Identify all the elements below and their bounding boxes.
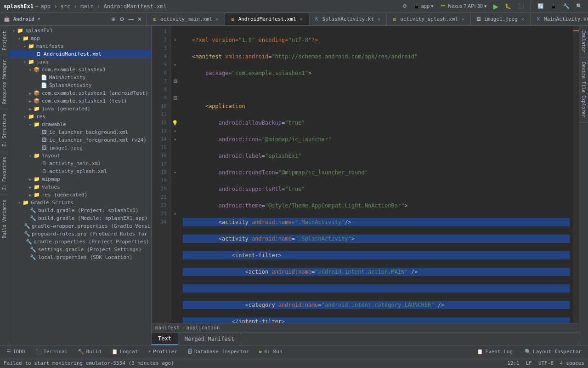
breadcrumb-manifest[interactable]: manifest — [155, 325, 180, 331]
tree-local-props[interactable]: 🔧 local.properties (SDK Location) — [9, 253, 151, 261]
toolbar-device-dropdown[interactable]: 📱 app ▾ — [412, 2, 435, 10]
tree-values[interactable]: ▶ 📁 values — [9, 183, 151, 191]
arrow-layout: ▾ — [28, 154, 33, 158]
tree-proguard[interactable]: 🔧 proguard-rules.pro (ProGuard Rules for… — [9, 230, 151, 238]
panel-icon-settings[interactable]: ⊕ — [110, 15, 117, 23]
icon-drawable: 📁 — [33, 121, 40, 127]
tab-activity-main-xml[interactable]: ⊞ activity_main.xml ✕ — [147, 13, 225, 25]
tab-structure[interactable]: Z: Structure — [0, 109, 8, 151]
tab-close-splash[interactable]: ✕ — [376, 16, 382, 22]
tab-close-activity-main[interactable]: ✕ — [215, 16, 220, 22]
tree-layout[interactable]: ▾ 📁 layout — [9, 152, 151, 160]
tab-activity-splash-xml[interactable]: ⊞ activity_splash.xml ✕ — [387, 13, 471, 25]
tree-ic-bg[interactable]: 🖼 ic_launcher_background.xml — [9, 128, 151, 136]
bottom-run[interactable]: ▶ 4: Run — [256, 348, 285, 356]
arrow-res: ▾ — [22, 115, 28, 119]
tree-drawable[interactable]: ▾ 📁 drawable — [9, 121, 151, 128]
icon-ic-bg: 🖼 — [40, 129, 48, 135]
fold-2[interactable]: ▾ — [171, 36, 179, 44]
tree-java-generated[interactable]: ▶ 📁 java (generated) — [9, 105, 151, 113]
code-editor[interactable]: 1 2 3 4 5 6 7 8 9 10 11 12 13 14 15 16 1 — [152, 26, 579, 323]
project-toolbar-row: 🤖 Android ▾ ⊕ ⚙ — ✕ ⊞ activity_main.xml … — [0, 13, 588, 26]
bottom-event-log[interactable]: 📋 Event Log — [474, 348, 515, 356]
toolbar-emulator-select[interactable]: 📟 Nexus 7 API 30 ▾ — [438, 2, 489, 10]
tree-ic-fg[interactable]: 🖼 ic_launcher_foreground.xml (v24) — [9, 136, 151, 144]
bottom-tab-text[interactable]: Text — [152, 333, 178, 345]
tree-root-splashex1[interactable]: ▾ 📁 splashEx1 — [9, 27, 151, 34]
tree-settings-gradle[interactable]: 🔧 settings.gradle (Project Settings) — [9, 246, 151, 253]
panel-icon-collapse[interactable]: — — [127, 15, 135, 23]
tree-manifests[interactable]: ▾ 📁 manifests — [9, 42, 151, 50]
bottom-todo[interactable]: ☰ TODO — [4, 348, 28, 356]
title-bar-left: splashEx1 – app › src › main › AndroidMa… — [4, 3, 167, 10]
tree-build-gradle-module[interactable]: 🔧 build.gradle (Module: splashEX1.app) — [9, 214, 151, 222]
tab-androidmanifest-xml[interactable]: ⊞ AndroidManifest.xml ✕ — [225, 13, 309, 25]
tab-device-file-explorer[interactable]: Device File Explorer — [580, 58, 588, 122]
tree-app[interactable]: ▾ 📁 app — [9, 34, 151, 42]
tab-build-variants[interactable]: Build Variants — [0, 195, 8, 243]
bottom-terminal[interactable]: ⬛ Terminal — [33, 348, 71, 356]
editor-tab-bar: ⊞ activity_main.xml ✕ ⊞ AndroidManifest.… — [147, 13, 588, 26]
run-icon: ▶ — [259, 349, 262, 355]
fold-23[interactable]: ▾ — [171, 210, 179, 218]
code-line-15: <action android:name="android.intent.act… — [183, 268, 570, 276]
tree-splashactivity[interactable]: 📄 SplashActivity — [9, 81, 151, 89]
toolbar-sync[interactable]: 🔄 — [536, 2, 546, 10]
tree-gradle-wrapper[interactable]: 🔧 gradle-wrapper.properties (Gradle Vers… — [9, 222, 151, 230]
toolbar-avd[interactable]: 📱 — [548, 2, 559, 10]
tree-androidmanifest[interactable]: 🗒 AndroidManifest.xml — [9, 50, 151, 58]
tab-project[interactable]: Project — [0, 26, 8, 55]
tab-favorites[interactable]: Z: Favorites — [0, 152, 8, 195]
tree-java[interactable]: ▾ 📁 java — [9, 58, 151, 66]
code-content[interactable]: <?xml version="1.0" encoding="utf-8"?> <… — [179, 26, 573, 323]
tree-res-generated[interactable]: ▶ 📁 res (generated) — [9, 191, 151, 199]
icon-values: 📁 — [33, 184, 40, 190]
stop-button[interactable]: ⬛ — [516, 2, 526, 10]
tree-gradle-scripts[interactable]: ▾ 📁 Gradle Scripts — [9, 199, 151, 207]
bottom-logcat[interactable]: 📋 Logcat — [109, 348, 141, 356]
tree-pkg-test[interactable]: ▶ 📦 com.example.splashex1 (test) — [9, 97, 151, 105]
panel-icon-close[interactable]: ✕ — [136, 15, 143, 23]
icon-gprops: 🔧 — [26, 239, 32, 245]
tab-close-manifest[interactable]: ✕ — [298, 16, 304, 22]
tree-build-gradle-project[interactable]: 🔧 build.gradle (Project: splashEx1) — [9, 207, 151, 214]
debug-button[interactable]: 🐛 — [503, 2, 513, 10]
tree-mipmap[interactable]: ▶ 📁 mipmap — [9, 175, 151, 183]
tab-mainactivity-kt[interactable]: K MainActivity.kt ✕ — [531, 13, 588, 25]
fold-14[interactable]: ▾ — [171, 135, 179, 144]
tab-close-splash-xml[interactable]: ✕ — [460, 16, 466, 22]
toolbar-search[interactable]: 🔍 — [574, 2, 584, 10]
title-bar-right: ⚙ 📱 app ▾ 📟 Nexus 7 API 30 ▾ ▶ 🐛 ⬛ 🔄 📱 🔧… — [401, 2, 584, 11]
bottom-layout-inspector[interactable]: 🔍 Layout Inspector — [522, 348, 584, 356]
icon-pkg-androidtest: 📦 — [33, 90, 40, 96]
bottom-tab-merged-manifest[interactable]: Merged Manifest — [178, 333, 241, 345]
tree-mainactivity[interactable]: 📄 MainActivity — [9, 74, 151, 81]
tab-close-image[interactable]: ✕ — [520, 16, 526, 22]
fold-5[interactable]: ▾ — [171, 61, 179, 69]
run-button[interactable]: ▶ — [492, 2, 500, 11]
tab-emulator[interactable]: Emulator — [580, 26, 588, 58]
fold-1 — [171, 28, 179, 36]
bottom-build[interactable]: 🔨 Build — [75, 348, 104, 356]
tab-splashactivity-kt[interactable]: K SplashActivity.kt ✕ — [309, 13, 387, 25]
tree-res[interactable]: ▾ 📁 res — [9, 113, 151, 121]
fold-13[interactable]: ▾ — [171, 127, 179, 135]
breadcrumb-application[interactable]: application — [187, 325, 220, 331]
bottom-profiler[interactable]: ⚡ Profiler — [145, 348, 180, 356]
tree-activity-main-xml[interactable]: 🗒 activity_main.xml — [9, 160, 151, 167]
tree-package-main[interactable]: ▾ 📦 com.example.splashex1 — [9, 66, 151, 74]
icon-ic-fg: 🖼 — [40, 137, 48, 143]
line-ending: LF — [526, 360, 532, 366]
bottom-db-inspector[interactable]: 🗄 Database Inspector — [185, 348, 252, 356]
tree-activity-splash-xml[interactable]: 🗒 activity_splash.xml — [9, 167, 151, 175]
tree-pkg-androidtest[interactable]: ▶ 📦 com.example.splashex1 (androidTest) — [9, 89, 151, 97]
title-bar: splashEx1 – app › src › main › AndroidMa… — [0, 0, 588, 13]
toolbar-add-config[interactable]: ⚙ — [401, 2, 409, 10]
toolbar-sdk[interactable]: 🔧 — [561, 2, 571, 10]
panel-icon-gear[interactable]: ⚙ — [119, 15, 125, 23]
tree-image1[interactable]: 🖼 image1.jpeg — [9, 144, 151, 152]
tab-image1-jpeg[interactable]: 🖼 image1.jpeg ✕ — [471, 13, 531, 25]
tree-gradle-props[interactable]: 🔧 gradle.properties (Project Properties) — [9, 238, 151, 246]
fold-18[interactable]: ▾ — [171, 168, 179, 177]
tab-resource-manager[interactable]: Resource Manager — [0, 55, 8, 109]
